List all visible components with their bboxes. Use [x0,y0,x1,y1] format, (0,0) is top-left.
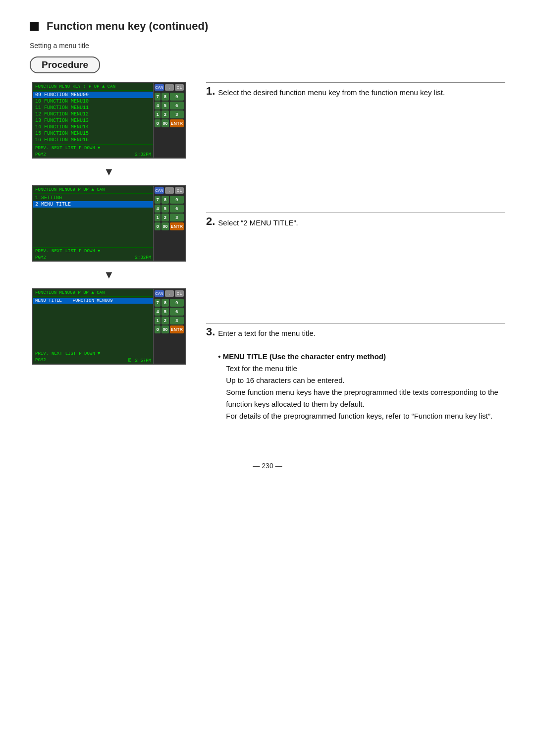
screen1-content: 09 FUNCTION MENU09 10 FUNCTION MENU10 11… [33,91,153,144]
step1-section: 1. Select the desired function menu key … [206,82,505,108]
step3-line [206,323,505,324]
key2-entr[interactable]: ENTR [170,222,184,230]
screen3-row3 [33,310,153,317]
screen1-main: FUNCTION MENU KEY ↕ P UP ▲ CAN 09 FUNCTI… [33,83,153,158]
key-4[interactable]: 4 [155,102,160,109]
key-0[interactable]: 0 [155,119,160,127]
screen2: FUNCTION MENU09 P UP ▲ CAN 1 SETTING 2 M… [32,185,186,262]
screen3-row6 [33,329,153,336]
key-1[interactable]: 1 [155,110,160,118]
step2-line [206,213,505,213]
screen3-row4 [33,317,153,323]
key2-5[interactable]: 5 [161,205,168,213]
key2-8[interactable]: 8 [161,196,168,204]
can-btn3[interactable]: CAN [155,290,164,297]
screen3-label-row: MENU TITLE FUNCTION MENU09 [33,298,153,304]
arrow-down-2: ▼ [104,269,114,281]
cl-btn3[interactable]: CL [175,290,184,297]
key-00[interactable]: 00 [161,119,168,127]
step3-number: 3. [206,326,215,337]
key2-0[interactable]: 0 [155,222,160,230]
key3-1[interactable]: 1 [155,317,160,324]
keypad-grid: 7 8 9 4 5 6 1 2 3 0 00 ENTR [154,92,185,128]
key3-8[interactable]: 8 [161,299,168,307]
key2-4[interactable]: 4 [155,205,160,213]
screen3-row7 [33,336,153,342]
key2-00[interactable]: 00 [161,222,168,230]
screen1-row: 15 FUNCTION MENU15 [33,130,153,137]
key2-3[interactable]: 3 [170,214,184,221]
screen3-header: FUNCTION MENU09 P UP ▲ CAN [33,289,153,297]
key-5[interactable]: 5 [161,102,168,109]
page-container: Function menu key (continued) Setting a … [0,0,535,499]
screen1-row-selected: 09 FUNCTION MENU09 [33,92,153,98]
key-8[interactable]: 8 [161,93,168,101]
key3-6[interactable]: 6 [170,308,184,316]
key2-6[interactable]: 6 [170,205,184,213]
page-number: — 230 — [30,462,505,470]
key-6[interactable]: 6 [170,102,184,109]
subtitle: Setting a menu title [30,42,505,50]
screen2-row2-selected: 2 MENU TITLE [33,201,153,208]
dot-btn3[interactable]: . [165,290,174,297]
screen2-row6 [33,227,153,233]
key-3[interactable]: 3 [170,110,184,118]
key3-0[interactable]: 0 [155,325,160,333]
dot-btn[interactable]: . [165,84,174,91]
screen2-content: 1 SETTING 2 MENU TITLE [33,194,153,247]
key2-1[interactable]: 1 [155,214,160,221]
screen3-content: MENU TITLE FUNCTION MENU09 [33,297,153,350]
screen1-row: 13 FUNCTION MENU13 [33,117,153,124]
step1-line [206,82,505,83]
key3-3[interactable]: 3 [170,317,184,324]
key3-9[interactable]: 9 [170,299,184,307]
step3-text: Enter a text for the menu title. • MENU … [218,327,505,422]
step2-row: 2. Select “2 MENU TITLE”. [206,217,505,229]
screen1-keypad: CAN . CL 7 8 9 4 5 6 1 2 3 0 [153,83,185,158]
key2-7[interactable]: 7 [155,196,160,204]
content-area: FUNCTION MENU KEY ↕ P UP ▲ CAN 09 FUNCTI… [30,82,505,432]
dot-btn2[interactable]: . [165,187,174,194]
step1-number: 1. [206,86,215,97]
screen2-main: FUNCTION MENU09 P UP ▲ CAN 1 SETTING 2 M… [33,186,153,261]
arrow-down-1: ▼ [104,165,114,178]
can-btn[interactable]: CAN [155,84,164,91]
screen2-row4 [33,214,153,220]
cl-btn[interactable]: CL [175,84,184,91]
screen1-row: 16 FUNCTION MENU16 [33,137,153,143]
screen3-row8 [33,342,153,349]
can-btn2[interactable]: CAN [155,187,164,194]
step1-text: Select the desired function menu key fro… [218,87,445,99]
key-7[interactable]: 7 [155,93,160,101]
key3-5[interactable]: 5 [161,308,168,316]
step3-bullet-title: • MENU TITLE (Use the character entry me… [218,352,386,361]
key2-2[interactable]: 2 [161,214,168,221]
key-2[interactable]: 2 [161,110,168,118]
key-9[interactable]: 9 [170,93,184,101]
key3-2[interactable]: 2 [161,317,168,324]
screen1-row: 10 FUNCTION MENU10 [33,98,153,105]
step3-row: 3. Enter a text for the menu title. • ME… [206,327,505,422]
procedure-badge: Procedure [30,56,100,73]
cl-btn2[interactable]: CL [175,187,184,194]
key3-7[interactable]: 7 [155,299,160,307]
screen1-row: 11 FUNCTION MENU11 [33,105,153,111]
keypad2-top-row: CAN . CL [154,186,185,195]
step2-number: 2. [206,216,215,227]
key3-00[interactable]: 00 [161,325,168,333]
screen2-header: FUNCTION MENU09 P UP ▲ CAN [33,186,153,194]
key3-4[interactable]: 4 [155,308,160,316]
screen1-footer: PREV. NEXT LIST P DOWN ▼ [33,144,153,152]
screen1-row: 12 FUNCTION MENU12 [33,111,153,117]
key3-entr[interactable]: ENTR [170,325,184,333]
screen2-row8 [33,240,153,246]
key-entr[interactable]: ENTR [170,119,184,127]
left-panel: FUNCTION MENU KEY ↕ P UP ▲ CAN 09 FUNCTI… [30,82,188,365]
step2-text: Select “2 MENU TITLE”. [218,217,298,229]
screen3-keypad: CAN . CL 7 8 9 4 5 6 1 2 3 0 [153,289,185,364]
key2-9[interactable]: 9 [170,196,184,204]
screen1: FUNCTION MENU KEY ↕ P UP ▲ CAN 09 FUNCTI… [32,82,186,159]
screen2-row1: 1 SETTING [33,195,153,201]
screen3-row2 [33,304,153,310]
right-panel: 1. Select the desired function menu key … [206,82,505,432]
